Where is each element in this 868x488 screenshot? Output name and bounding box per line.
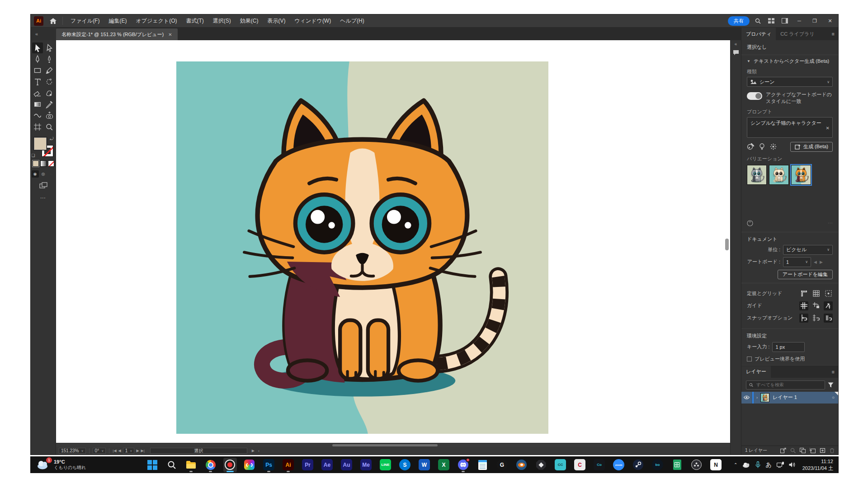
eraser-tool[interactable] (32, 88, 43, 99)
search-icon[interactable] (752, 16, 763, 25)
layers-menu-icon[interactable]: ≡ (832, 369, 838, 375)
new-layer-icon[interactable] (820, 448, 826, 453)
speaker-icon[interactable] (789, 462, 796, 468)
menu-item-7[interactable]: ウィンドウ(W) (290, 16, 335, 26)
status-expand-icon[interactable]: ▶ (252, 449, 255, 453)
lock-guides-icon[interactable] (811, 301, 821, 310)
taskbar-illustrator[interactable]: Ai (282, 458, 295, 472)
taskbar-line[interactable]: LINE (379, 458, 392, 472)
taskbar-co-app[interactable]: Co (593, 458, 606, 472)
taskbar-search[interactable] (165, 458, 179, 472)
taskbar-creative-cloud[interactable] (243, 458, 256, 472)
match-artboard-style-toggle[interactable] (747, 92, 762, 100)
layers-empty-area[interactable] (741, 404, 838, 446)
type-tool[interactable] (32, 76, 43, 87)
none-button[interactable] (48, 160, 54, 167)
gear-icon[interactable] (770, 143, 777, 150)
variation-thumbnail-gray-kitten[interactable] (747, 165, 767, 185)
layer-row[interactable]: › レイヤー 1 ○ (741, 392, 838, 404)
zoom-level-select[interactable]: 151.23%∨ (59, 448, 86, 454)
lightbulb-icon[interactable] (759, 143, 765, 150)
variation-thumbnail-orange-kitten[interactable] (791, 165, 811, 185)
network-icon[interactable] (777, 462, 784, 468)
tab-cc-library[interactable]: CC ライブラリ (776, 28, 819, 40)
delete-layer-icon[interactable] (830, 448, 835, 453)
taskbar-audition[interactable]: Au (340, 458, 354, 472)
menu-item-5[interactable]: 効果(C) (236, 16, 263, 26)
taskbar-skype[interactable]: S (398, 458, 412, 472)
rulers-icon[interactable] (799, 289, 808, 298)
menu-item-6[interactable]: 表示(V) (263, 16, 289, 26)
taskbar-game-hub[interactable] (534, 458, 548, 472)
share-button[interactable]: 共有 (728, 16, 750, 26)
menu-item-4[interactable]: 選択(S) (209, 16, 235, 26)
direct-selection-tool[interactable] (44, 42, 55, 53)
document-tab[interactable]: 名称未設定-1* @ 151.23 % (RGB/プレビュー) ✕ (56, 28, 178, 40)
paintbrush-tool[interactable] (44, 65, 55, 76)
curvature-tool[interactable] (44, 54, 55, 65)
draw-behind-mode[interactable]: ◎ (40, 170, 47, 178)
menu-item-8[interactable]: ヘルプ(H) (336, 16, 368, 26)
status-field[interactable]: 選択 (150, 448, 247, 454)
minimize-button[interactable]: ─ (793, 16, 806, 26)
taskbar-notion[interactable]: N (709, 458, 723, 472)
taskbar-excel[interactable]: X (437, 458, 451, 472)
weather-widget[interactable]: 1 19°C くもりのち晴れ (30, 459, 134, 471)
snap-to-pixel-icon[interactable] (811, 314, 821, 323)
swap-fill-stroke-icon[interactable]: ⤾ (50, 136, 53, 141)
sync-icon[interactable] (747, 220, 753, 226)
onedrive-icon[interactable] (742, 462, 750, 468)
snap-to-grid-icon[interactable] (799, 314, 808, 323)
show-guides-icon[interactable] (799, 301, 808, 310)
taskbar-cc-bubble[interactable]: CC (554, 458, 567, 472)
edit-artboards-button[interactable]: アートボードを編集 (778, 270, 833, 279)
tray-chevron-icon[interactable]: ⌃ (734, 462, 737, 467)
preview-bounds-checkbox[interactable] (747, 357, 752, 361)
collect-for-export-icon[interactable] (780, 448, 786, 453)
taskbar-zoom[interactable]: zoom (612, 458, 626, 472)
fill-swatch[interactable] (33, 137, 47, 150)
toolbar-collapse-icon[interactable]: « (31, 28, 56, 40)
panel-menu-icon[interactable]: ≡ (832, 31, 838, 37)
menu-item-3[interactable]: 書式(T) (182, 16, 208, 26)
tab-close-icon[interactable]: ✕ (168, 32, 172, 37)
taskbar-logitech-g[interactable]: G (495, 458, 509, 472)
comment-bubble-icon[interactable] (733, 50, 739, 56)
style-picker-icon[interactable] (747, 143, 754, 150)
variation-thumbnail-cream-kitten[interactable] (769, 165, 789, 185)
selection-tool[interactable] (32, 42, 43, 53)
screen-mode-icon[interactable] (39, 182, 47, 188)
first-artboard-button[interactable]: |◀ (113, 449, 116, 453)
home-icon[interactable] (47, 16, 59, 26)
workspace-switcher-icon[interactable] (779, 16, 790, 25)
taskbar-media-encoder[interactable]: Me (359, 458, 373, 472)
taskbar-bo-app[interactable]: bo (651, 458, 665, 472)
menu-item-1[interactable]: 編集(E) (104, 16, 131, 26)
tab-layers[interactable]: レイヤー (741, 366, 771, 378)
new-sublayer-icon[interactable] (810, 448, 816, 453)
artboard-kitten-artwork[interactable] (176, 61, 548, 434)
shaper-tool[interactable] (44, 88, 55, 99)
snap-to-point-icon[interactable] (824, 314, 833, 323)
next-artboard-button[interactable]: ▶ (136, 449, 139, 453)
layer-visibility-toggle[interactable] (741, 392, 752, 404)
horizontal-scrollbar[interactable] (56, 443, 730, 447)
restore-button[interactable]: ❐ (808, 16, 821, 26)
taskbar-steam[interactable] (632, 458, 645, 472)
clear-prompt-icon[interactable]: ✕ (826, 126, 830, 131)
taskbar-obs[interactable] (690, 458, 703, 472)
status-collapse-icon[interactable]: ‹ (258, 449, 259, 453)
next-artboard-icon[interactable]: ▶ (820, 260, 823, 264)
draw-inside-mode[interactable]: ◌ (48, 170, 55, 178)
last-artboard-button[interactable]: ▶| (141, 449, 145, 453)
layer-expand-icon[interactable]: › (756, 395, 758, 400)
artboard-select[interactable]: 1 ∨ (783, 257, 811, 267)
taskbar-chrome[interactable] (204, 458, 217, 472)
taskbar-discord[interactable] (457, 458, 470, 472)
pixel-grid-icon[interactable] (824, 289, 833, 298)
taskbar-file-explorer[interactable] (184, 458, 198, 472)
taskbar-cubase[interactable]: C (573, 458, 587, 472)
edit-toolbar-icon[interactable]: ⋯ (40, 195, 47, 201)
zoom-tool[interactable] (44, 122, 55, 132)
canvas[interactable] (56, 40, 730, 443)
